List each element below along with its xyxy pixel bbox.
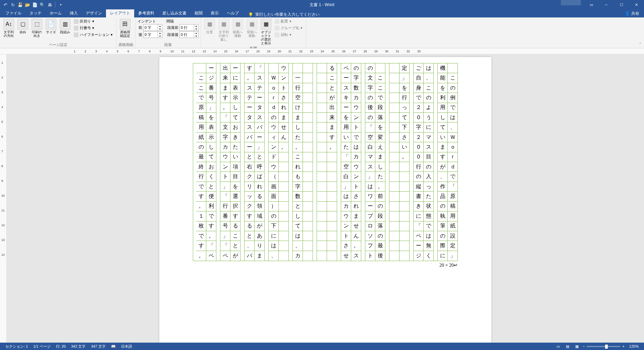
undo-icon[interactable]: ↶ [3, 2, 8, 7]
genko-cell[interactable]: で [448, 172, 458, 182]
genko-cell[interactable]: は [293, 231, 303, 241]
genko-cell[interactable]: こ [375, 73, 385, 83]
genko-cell[interactable]: 行 [414, 162, 423, 172]
genko-cell[interactable]: る [255, 192, 264, 201]
spinner-up-icon[interactable]: ▲ [194, 24, 198, 28]
tab-review[interactable]: 校閲 [191, 9, 207, 17]
genko-cell[interactable]: て [293, 221, 303, 231]
genko-cell[interactable]: ン [220, 162, 230, 172]
genko-cell[interactable]: マ [424, 133, 433, 142]
genko-cell[interactable]: 「 [341, 152, 351, 162]
genko-cell[interactable] [317, 241, 327, 251]
genko-cell[interactable]: を [438, 83, 447, 93]
zoom-thumb[interactable] [605, 345, 608, 349]
genko-cell[interactable] [317, 93, 327, 103]
hyphenation-button[interactable]: ハイフネーション ▾ [72, 32, 114, 38]
genko-cell[interactable] [317, 251, 327, 261]
genko-cell[interactable]: １ [196, 211, 206, 221]
genko-cell[interactable]: 「 [220, 241, 230, 251]
close-icon[interactable]: ✕ [629, 0, 644, 9]
spinner-down-icon[interactable]: ▼ [158, 28, 162, 31]
genko-cell[interactable]: 紙 [196, 133, 206, 142]
new-icon[interactable]: 📄 [32, 2, 38, 7]
genko-cell[interactable] [303, 142, 313, 152]
genko-cell[interactable]: 。 [327, 142, 337, 152]
genko-cell[interactable] [317, 133, 327, 142]
genko-cell[interactable]: 後 [375, 251, 385, 261]
genko-cell[interactable]: ｏ [448, 142, 458, 152]
genko-cell[interactable] [317, 202, 327, 211]
genko-cell[interactable]: ク [245, 202, 254, 211]
align-button[interactable]: 配置 ▾ [273, 18, 304, 24]
genko-cell[interactable]: の [269, 211, 278, 221]
genko-cell[interactable] [317, 122, 327, 132]
genko-cell[interactable]: れ [293, 162, 303, 172]
genko-cell[interactable]: 機 [438, 63, 447, 73]
genko-cell[interactable]: ま [279, 113, 288, 122]
genko-cell[interactable]: 落 [375, 113, 385, 122]
genko-cell[interactable] [327, 192, 337, 201]
genko-cell[interactable]: ウ [269, 122, 278, 132]
genko-cell[interactable]: 無 [424, 241, 433, 251]
genko-cell[interactable]: 字 [293, 182, 303, 192]
genko-cell[interactable]: 身 [414, 83, 423, 93]
print-preview-icon[interactable]: 🔍 [40, 2, 45, 7]
genko-cell[interactable] [317, 192, 327, 201]
genko-cell[interactable]: 右 [245, 162, 254, 172]
genko-cell[interactable] [399, 192, 409, 201]
genko-cell[interactable]: し [206, 142, 216, 152]
genko-cell[interactable]: ス [351, 251, 361, 261]
genko-cell[interactable]: と [245, 231, 254, 241]
genko-cell[interactable] [303, 211, 313, 221]
genko-cell[interactable] [279, 192, 288, 201]
genko-cell[interactable] [303, 152, 313, 162]
user-badge[interactable] [561, 0, 581, 5]
genko-cell[interactable]: ２ [414, 103, 423, 113]
genko-cell[interactable]: が [230, 251, 240, 261]
genko-cell[interactable]: を [230, 182, 240, 192]
genko-cell[interactable]: ン [341, 221, 351, 231]
genko-cell[interactable]: 書 [414, 192, 423, 201]
genko-cell[interactable] [327, 231, 337, 241]
tab-view[interactable]: 表示 [207, 9, 223, 17]
genko-cell[interactable]: ま [293, 113, 303, 122]
genko-cell[interactable]: 自 [414, 73, 423, 83]
genko-cell[interactable]: る [327, 63, 337, 73]
genko-cell[interactable]: ス [424, 142, 433, 152]
genko-cell[interactable]: た [341, 142, 351, 152]
genko-cell[interactable] [303, 113, 313, 122]
genko-cell[interactable]: を [375, 122, 385, 132]
genko-cell[interactable] [399, 241, 409, 251]
genko-cell[interactable]: ン [351, 172, 361, 182]
genko-cell[interactable]: 空 [293, 93, 303, 103]
genko-cell[interactable]: ィ [269, 133, 278, 142]
genko-cell[interactable]: ス [255, 73, 264, 83]
genko-cell[interactable] [375, 63, 385, 73]
genko-cell[interactable]: 、 [424, 73, 433, 83]
zoom-slider[interactable] [587, 346, 620, 347]
genko-cell[interactable]: 行 [293, 83, 303, 93]
genko-cell[interactable]: で [375, 93, 385, 103]
genko-cell[interactable]: と [255, 152, 264, 162]
genko-cell[interactable]: に [424, 122, 433, 132]
spinner-down-icon[interactable]: ▼ [158, 35, 162, 38]
genko-cell[interactable]: Ｗ [269, 73, 278, 83]
genko-cell[interactable]: 出 [327, 103, 337, 113]
genko-cell[interactable] [303, 73, 313, 83]
genko-cell[interactable]: は [424, 231, 433, 241]
genko-cell[interactable]: す [220, 93, 230, 103]
genko-cell[interactable]: 。 [375, 182, 385, 192]
genko-cell[interactable]: す [327, 133, 337, 142]
spinner-up-icon[interactable]: ▲ [158, 32, 162, 35]
genko-cell[interactable]: し [438, 113, 447, 122]
tab-touch[interactable]: タッチ [25, 9, 46, 17]
genko-cell[interactable]: 段 [375, 211, 385, 221]
genko-cell[interactable]: 域 [255, 211, 264, 221]
genko-cell[interactable]: れ [351, 202, 361, 211]
genko-cell[interactable]: 「 [255, 63, 264, 73]
genko-cell[interactable] [279, 152, 288, 162]
genko-cell[interactable]: れ [279, 103, 288, 113]
genko-cell[interactable]: て [399, 113, 409, 122]
genko-cell[interactable]: 。 [293, 142, 303, 152]
genko-cell[interactable] [448, 63, 458, 73]
